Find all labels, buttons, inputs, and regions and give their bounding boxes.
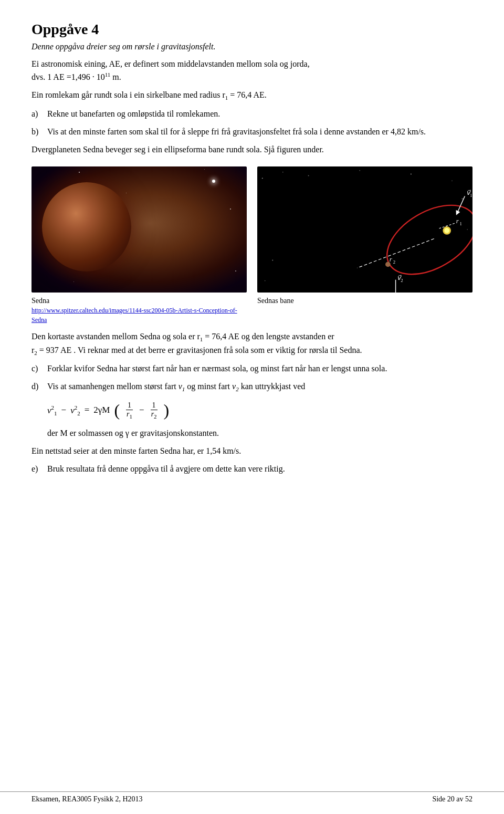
orbit-caption-title: Sednas bane [257, 297, 472, 305]
sedna-intro: Dvergplaneten Sedna beveger seg i ein el… [32, 143, 472, 156]
task-c-label: c) [32, 362, 38, 375]
svg-point-6 [452, 180, 453, 181]
svg-text:2: 2 [401, 278, 403, 283]
task-a-label: a) [32, 108, 38, 120]
footer-left: Eksamen, REA3005 Fysikk 2, H2013 [32, 795, 143, 803]
svg-text:r: r [456, 217, 459, 225]
svg-point-8 [467, 229, 468, 230]
sedna-caption-link[interactable]: http://www.spitzer.caltech.edu/images/11… [32, 307, 237, 323]
svg-text:1: 1 [460, 221, 462, 226]
svg-point-1 [262, 178, 263, 179]
captions-row: Sedna http://www.spitzer.caltech.edu/ima… [32, 297, 472, 324]
svg-point-4 [359, 170, 360, 171]
svg-point-3 [308, 175, 309, 176]
task-e-label: e) [32, 463, 38, 475]
svg-point-2 [282, 172, 284, 173]
footer: Eksamen, REA3005 Fysikk 2, H2013 Side 20… [0, 791, 504, 803]
svg-point-19 [444, 228, 449, 233]
intro-paragraph-1: Ei astronomisk eining, AE, er definert s… [32, 58, 472, 84]
task-c: c) Forklar kvifor Sedna har størst fart … [32, 362, 472, 375]
speed-text: Ein nettstad seier at den minste farten … [32, 445, 472, 457]
sedna-caption-title: Sedna [32, 297, 247, 305]
svg-rect-0 [257, 168, 472, 291]
task-d-label: d) [32, 380, 38, 393]
sedna-image-box [32, 166, 247, 293]
math-formula: v21 − v22 = 2γM ( 1 r1 − 1 r2 ) [47, 401, 472, 420]
svg-text:1: 1 [470, 193, 472, 198]
svg-point-9 [272, 260, 273, 261]
intro-paragraph-2: Ein romlekam går rundt sola i ein sirkel… [32, 89, 472, 102]
task-b: b) Vis at den minste farten som skal til… [32, 126, 472, 138]
task-b-label: b) [32, 126, 38, 138]
svg-point-7 [462, 198, 463, 199]
caption-right: Sednas bane [257, 297, 472, 324]
footer-right: Side 20 av 52 [432, 795, 472, 803]
task-e: e) Bruk resultata frå denne oppgåva til … [32, 463, 472, 475]
math-note: der M er solmassen og γ er gravitasjonsk… [32, 427, 472, 440]
task-d: d) Vis at samanhengen mellom størst fart… [32, 380, 472, 394]
svg-point-5 [411, 174, 412, 175]
svg-text:r: r [390, 256, 392, 264]
subtitle: Denne oppgåva dreier seg om rørsle i gra… [32, 42, 472, 51]
task-a: a) Rekne ut banefarten og omløpstida til… [32, 108, 472, 120]
caption-left: Sedna http://www.spitzer.caltech.edu/ima… [32, 297, 247, 324]
orbit-svg: r 2 r 1 v⃗ 1 v⃗ 2 [257, 166, 472, 293]
svg-point-10 [265, 280, 266, 281]
page-title: Oppgåve 4 [32, 21, 472, 38]
orbit-image-box: r 2 r 1 v⃗ 1 v⃗ 2 [257, 166, 472, 293]
svg-text:2: 2 [393, 259, 395, 265]
sedna-image [32, 166, 247, 293]
distances-paragraph: Den kortaste avstanden mellom Sedna og s… [32, 330, 472, 357]
svg-point-20 [385, 262, 391, 267]
orbit-image: r 2 r 1 v⃗ 1 v⃗ 2 [257, 166, 472, 293]
images-row: r 2 r 1 v⃗ 1 v⃗ 2 [32, 166, 472, 293]
